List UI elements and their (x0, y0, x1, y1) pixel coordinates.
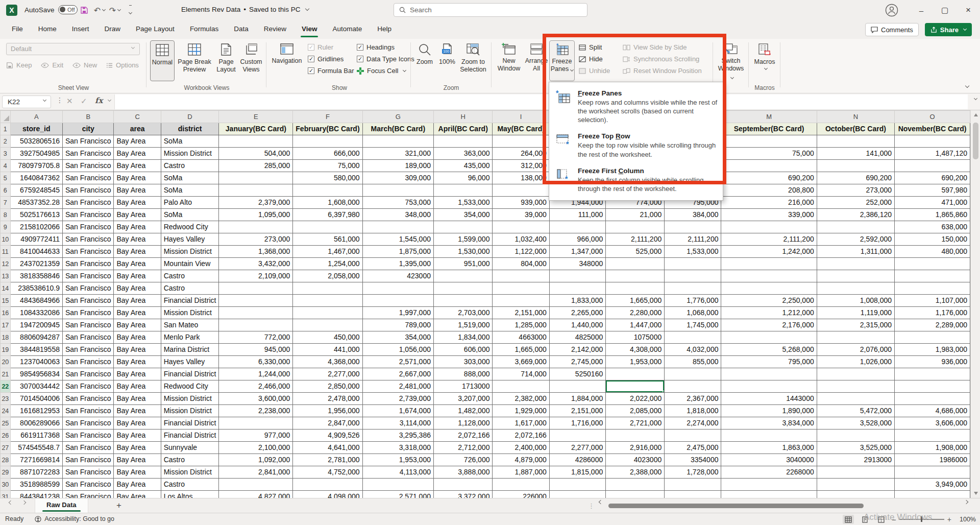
cell-D20[interactable]: Hayes Valley (161, 356, 219, 368)
cell-H11[interactable]: 1,530,000 (433, 246, 492, 258)
cell-D23[interactable]: Mission District (161, 393, 219, 405)
redo-button[interactable]: ↷ (107, 4, 122, 16)
cell-K29[interactable]: 2,388,000 (606, 466, 665, 479)
cell-D9[interactable]: Redwood City (161, 221, 219, 233)
cell-N23[interactable] (817, 393, 894, 405)
cell-N1[interactable]: October(BC Card) (817, 123, 894, 135)
cell-O25[interactable]: 3,606,000 (895, 417, 970, 429)
cell-E30[interactable] (219, 479, 293, 491)
sheet-view-combo[interactable]: Default (6, 43, 140, 55)
cell-G28[interactable]: 1,953,000 (362, 454, 433, 466)
cell-G23[interactable]: 2,739,000 (362, 393, 433, 405)
cell-J30[interactable] (549, 479, 605, 491)
cell-A21[interactable]: 9854956834 (10, 368, 62, 380)
row-header-20[interactable]: 20 (1, 356, 11, 368)
scroll-down-arrow[interactable] (971, 489, 980, 498)
options-button[interactable]: Options (106, 61, 139, 69)
cell-C29[interactable]: Bay Area (114, 466, 161, 479)
cell-A2[interactable]: 5032806516 (10, 135, 62, 148)
cell-I19[interactable]: 1,665,000 (493, 344, 549, 356)
formula-input[interactable] (114, 94, 968, 109)
row-header-7[interactable]: 7 (1, 197, 11, 209)
ribbon-tab-draw[interactable]: Draw (97, 20, 129, 39)
cell-A13[interactable]: 3818358846 (10, 270, 62, 282)
cell-E9[interactable] (219, 221, 293, 233)
cell-N24[interactable]: 5,472,000 (817, 405, 894, 417)
column-header-N[interactable]: N (817, 111, 894, 123)
cell-O26[interactable] (895, 429, 970, 442)
cell-I15[interactable] (493, 295, 549, 307)
cell-C5[interactable]: Bay Area (114, 172, 161, 184)
cell-L9[interactable] (665, 221, 721, 233)
cell-D31[interactable]: Los Altos (161, 491, 219, 498)
cell-O6[interactable]: 597,980 (895, 184, 970, 197)
cell-K18[interactable]: 1075000 (606, 331, 665, 344)
cell-J8[interactable]: 111,000 (549, 209, 605, 221)
cell-C26[interactable]: Bay Area (114, 429, 161, 442)
cell-A23[interactable]: 7014504006 (10, 393, 62, 405)
cell-A6[interactable]: 6759248545 (10, 184, 62, 197)
cell-D6[interactable]: SoMa (161, 184, 219, 197)
cell-B26[interactable]: San Francisco (62, 429, 113, 442)
cell-I18[interactable]: 4663000 (493, 331, 549, 344)
cell-O5[interactable]: 690,200 (895, 172, 970, 184)
cell-L11[interactable]: 1,533,000 (665, 246, 721, 258)
cell-M30[interactable] (721, 479, 817, 491)
cell-A14[interactable]: 238538610.9 (10, 282, 62, 295)
cell-H5[interactable]: 96,000 (433, 172, 492, 184)
cell-H26[interactable]: 2,072,166 (433, 429, 492, 442)
undo-button[interactable]: ↶ (92, 4, 107, 16)
cell-I9[interactable] (493, 221, 549, 233)
page-layout-status-button[interactable] (859, 515, 870, 524)
cell-F17[interactable] (293, 319, 362, 331)
cell-N30[interactable] (817, 479, 894, 491)
name-box[interactable]: K22 (2, 96, 51, 108)
cell-O9[interactable]: 638,000 (895, 221, 970, 233)
cell-H1[interactable]: April(BC Card) (433, 123, 492, 135)
cell-K9[interactable] (606, 221, 665, 233)
cell-M6[interactable]: 208,800 (721, 184, 817, 197)
cell-G22[interactable]: 2,481,000 (362, 380, 433, 393)
row-header-15[interactable]: 15 (1, 295, 11, 307)
cell-N3[interactable]: 141,000 (817, 148, 894, 160)
cell-E27[interactable]: 2,100,000 (219, 442, 293, 454)
cell-D18[interactable]: Menlo Park (161, 331, 219, 344)
cell-F21[interactable]: 2,277,000 (293, 368, 362, 380)
cell-F11[interactable]: 1,467,000 (293, 246, 362, 258)
data-type-icons-checkbox[interactable]: ✓ Data Type Icons (357, 55, 414, 63)
autosave-toggle[interactable]: Off (58, 5, 78, 14)
custom-views-button[interactable]: Custom Views (239, 40, 263, 81)
cell-H28[interactable]: 726,000 (433, 454, 492, 466)
cell-B2[interactable]: San Francisco (62, 135, 113, 148)
arrange-all-button[interactable]: Arrange All (524, 40, 549, 81)
cell-L22[interactable] (665, 380, 721, 393)
cell-O18[interactable] (895, 331, 970, 344)
zoom-slider-track[interactable] (899, 519, 944, 520)
cell-D4[interactable]: Castro (161, 160, 219, 172)
cell-A11[interactable]: 8410044633 (10, 246, 62, 258)
cell-D12[interactable]: Mountain View (161, 258, 219, 270)
cell-F20[interactable]: 4,368,000 (293, 356, 362, 368)
cell-L29[interactable]: 1,728,000 (665, 466, 721, 479)
minimize-button[interactable]: – (910, 0, 933, 20)
ribbon-tab-file[interactable]: File (4, 20, 31, 39)
cell-D10[interactable]: Hayes Valley (161, 233, 219, 246)
ribbon-tab-view[interactable]: View (294, 20, 325, 39)
cell-F31[interactable]: 4,098,000 (293, 491, 362, 498)
cell-K8[interactable]: 21,000 (606, 209, 665, 221)
page-break-status-button[interactable] (875, 515, 887, 524)
cell-H22[interactable]: 1713000 (433, 380, 492, 393)
cell-C17[interactable]: Bay Area (114, 319, 161, 331)
column-header-D[interactable]: D (161, 111, 219, 123)
cell-I6[interactable] (493, 184, 549, 197)
cell-J16[interactable]: 2,265,000 (549, 307, 605, 319)
cell-O4[interactable] (895, 160, 970, 172)
cell-L26[interactable] (665, 429, 721, 442)
cell-F8[interactable]: 6,397,980 (293, 209, 362, 221)
column-header-G[interactable]: G (362, 111, 433, 123)
ribbon-tab-help[interactable]: Help (370, 20, 399, 39)
cell-C14[interactable]: Bay Area (114, 282, 161, 295)
view-side-by-side-button[interactable]: View Side by Side (623, 43, 702, 51)
cell-F26[interactable]: 4,909,526 (293, 429, 362, 442)
cell-O12[interactable] (895, 258, 970, 270)
